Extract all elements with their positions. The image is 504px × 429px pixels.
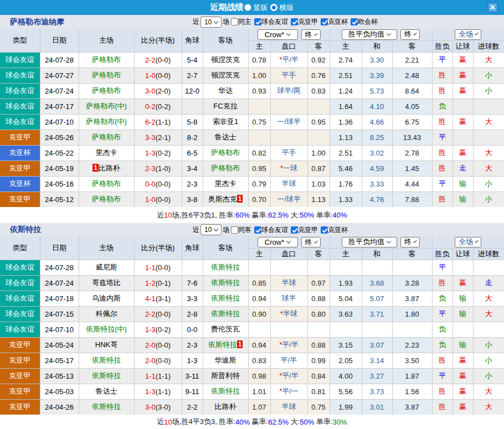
competition-checkbox-0[interactable] [254,18,261,25]
odds-home: 1.33 [330,192,362,207]
odds-draw [362,322,392,337]
halftime-score: (3-0) [156,403,171,411]
competition-checkbox-2[interactable] [321,226,328,234]
corner-score: 0-0 [182,322,203,337]
summary-part: 场,胜4平3负3, 胜率: [172,417,235,427]
odds-home: 3.15 [330,337,362,353]
home-team: 依斯特拉(中) [79,322,134,337]
odds-draw [362,260,392,275]
recent-count-select[interactable]: 10 [200,224,222,235]
match-type: 克亚杯 [0,145,40,161]
result-goals: 小 [473,176,504,192]
odds-home: 5.46 [330,161,362,176]
result-handicap: 赢 [452,145,473,161]
sub-column-header: 让球 [452,40,473,52]
chevron-down-icon [387,239,391,244]
match-date: 24-07-24 [40,83,79,99]
summary-row: 近10场,胜4平3负3, 胜率:40% 赢率:62.5% 大:50% 单率:30… [0,415,504,429]
avg-odds-select[interactable]: 胜平负均值 [342,237,397,247]
odds-draw: 4.10 [362,99,392,114]
handicap-home-odds: 0.85 [248,275,270,291]
radio-horizontal[interactable] [270,4,277,11]
odds-home: 2.74 [330,52,362,68]
odds-away [392,260,432,275]
chevron-down-icon [475,32,479,35]
table-body: 类型日期主场比分(半场)角球客场Crow*终胜平负均值终全场主盘口客主和客胜负让… [0,29,504,207]
table-body: 类型日期主场比分(半场)角球客场Crow*终胜平负均值终全场主盘口客主和客胜负让… [0,236,504,415]
competition-checkbox-3[interactable] [351,18,358,25]
scope-select[interactable]: 全场 [455,29,481,40]
summary-part: 大: [289,210,300,220]
away-team-name: 萨格勒布 [211,148,240,157]
scope-select[interactable]: 全场 [455,237,481,247]
competition-checkbox-2[interactable] [321,18,328,25]
final-select-1[interactable]: 终 [301,29,321,40]
away-team: 依斯特拉 [203,384,248,399]
score: 1-0(0-0) [134,68,182,83]
radio-horizontal-label[interactable]: 横版 [280,3,294,13]
away-team-name: 华达 [218,86,233,95]
odds-away: 4.44 [392,176,432,192]
fulltime-score: 0-2 [145,102,156,111]
competition-checkbox-1[interactable] [291,226,298,234]
same-venue-checkbox[interactable] [231,18,238,25]
odds-away: 1.80 [392,306,432,322]
bookmaker-select[interactable]: Crow* [258,29,298,40]
table-row: 克亚杯24-05-22里杰卡1-3(0-2)6-5萨格勒布0.82平手1.002… [0,145,504,161]
handicap-away-odds: 0.76 [307,68,330,83]
final-select-1-value: 终 [305,237,312,247]
competition-checkbox-0[interactable] [254,226,261,234]
odds-home: 1.24 [330,83,362,99]
handicap-line-text: 一/球半 [277,117,301,126]
handicap-home-odds: 0.94 [248,291,270,306]
handicap-line: *一球 [270,161,307,176]
recent-count-select[interactable]: 10 [200,17,222,28]
match-date: 24-05-24 [40,337,79,353]
summary-part: 场,胜6平3负1, 胜率: [172,210,235,220]
handicap-line: 一/球半 [270,192,307,207]
handicap-home-odds: 0.70 [248,192,270,207]
radio-vertical[interactable] [244,4,251,11]
score: 2-3(1-0) [134,161,182,176]
away-team: 依斯特拉1 [203,337,248,353]
score: 2-0(0-0) [134,337,182,353]
match-type: 克亚甲 [0,399,40,415]
sub-column-header: 客 [307,40,330,52]
result-goals: 大 [473,306,504,322]
match-type: 球会友谊 [0,114,40,130]
summary-part: 10 [164,418,172,426]
fulltime-score: 1-3 [145,149,156,157]
final-select-2-value: 终 [404,29,412,39]
home-team-name: 依斯特拉 [92,402,121,411]
home-team: 依斯特拉 [79,399,134,415]
radio-vertical-label[interactable]: 竖版 [254,3,268,13]
handicap-line-text: 半球 [282,179,296,188]
away-team-name: 里杰卡 [215,179,236,188]
odds-draw: 3.33 [362,176,392,192]
competition-checkbox-1[interactable] [291,18,298,25]
halftime-score: (0-0) [156,71,171,80]
final-select-2[interactable]: 终 [400,29,420,40]
away-team: 萨格勒布 [203,145,248,161]
result-wdl: 平 [432,306,452,322]
final-select-2-value: 终 [404,237,412,247]
same-venue-checkbox[interactable] [231,226,238,234]
corner-score: 9-11 [182,384,203,399]
result-goals: 小 [473,192,504,207]
fulltime-score: 1-1 [145,372,156,380]
bookmaker-select[interactable]: Crow* [258,237,298,247]
away-team-name: 依斯特拉 [211,387,240,395]
result-handicap: 赢 [452,52,473,68]
home-team-name: 依斯特拉 [92,356,121,364]
match-type: 克亚甲 [0,353,40,368]
avg-odds-select[interactable]: 胜平负均值 [342,29,397,40]
section-1: 萨格勒布迪纳摩近10场同主球会友谊克亚甲克亚杯欧会杯类型日期主场比分(半场)角球… [0,15,504,223]
halftime-score: (0-2) [156,149,171,157]
result-wdl: 胜 [432,114,452,130]
close-button[interactable] [487,2,498,13]
match-type: 球会友谊 [0,275,40,291]
match-type: 克亚甲 [0,192,40,207]
filter-bar: 萨格勒布迪纳摩近10场同主球会友谊克亚甲克亚杯欧会杯 [0,15,504,29]
final-select-1[interactable]: 终 [301,237,321,247]
final-select-2[interactable]: 终 [400,237,420,247]
